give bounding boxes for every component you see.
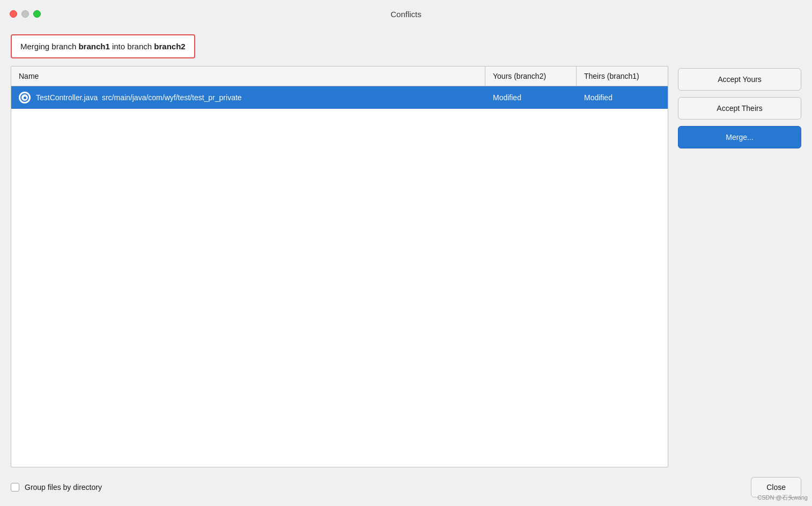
window-title: Conflicts <box>390 10 422 19</box>
theirs-status-cell: Modified <box>577 88 668 107</box>
group-by-directory-label: Group files by directory <box>25 483 102 492</box>
merge-button[interactable]: Merge... <box>678 126 801 148</box>
conflicts-window: Conflicts Merging branch branch1 into br… <box>0 0 812 506</box>
maximize-traffic-light[interactable] <box>33 10 41 18</box>
col-name-header: Name <box>11 66 485 86</box>
filename: TestController.java src/main/java/com/wy… <box>36 93 242 102</box>
file-name-cell: TestController.java src/main/java/com/wy… <box>11 86 485 109</box>
main-row: Name Yours (branch2) Theirs (branch1) Te… <box>11 66 801 467</box>
content-area: Merging branch branch1 into branch branc… <box>0 28 812 506</box>
conflicts-table: Name Yours (branch2) Theirs (branch1) Te… <box>11 66 668 467</box>
accept-theirs-button[interactable]: Accept Theirs <box>678 97 801 120</box>
merge-info-middle: into branch <box>110 42 154 51</box>
table-row[interactable]: TestController.java src/main/java/com/wy… <box>11 86 668 109</box>
close-traffic-light[interactable] <box>10 10 17 18</box>
target-branch-name: branch2 <box>154 42 185 51</box>
yours-status-cell: Modified <box>485 88 577 107</box>
minimize-traffic-light[interactable] <box>21 10 29 18</box>
accept-yours-button[interactable]: Accept Yours <box>678 68 801 91</box>
file-icon-inner <box>20 93 29 102</box>
watermark: CSDN @石头wang <box>757 494 808 502</box>
merge-info-banner: Merging branch branch1 into branch branc… <box>11 34 195 58</box>
bottom-row: Group files by directory Close <box>11 475 801 497</box>
group-by-dir-row: Group files by directory <box>11 483 102 492</box>
title-bar: Conflicts <box>0 0 812 28</box>
table-body: TestController.java src/main/java/com/wy… <box>11 86 668 467</box>
file-status-icon <box>19 92 31 103</box>
merge-info-prefix: Merging branch <box>20 42 78 51</box>
col-theirs-header: Theirs (branch1) <box>577 66 668 86</box>
group-by-directory-checkbox[interactable] <box>11 483 19 492</box>
action-buttons-panel: Accept Yours Accept Theirs Merge... <box>678 66 801 467</box>
table-header: Name Yours (branch2) Theirs (branch1) <box>11 66 668 86</box>
col-yours-header: Yours (branch2) <box>485 66 577 86</box>
traffic-lights <box>10 10 41 18</box>
source-branch-name: branch1 <box>78 42 109 51</box>
